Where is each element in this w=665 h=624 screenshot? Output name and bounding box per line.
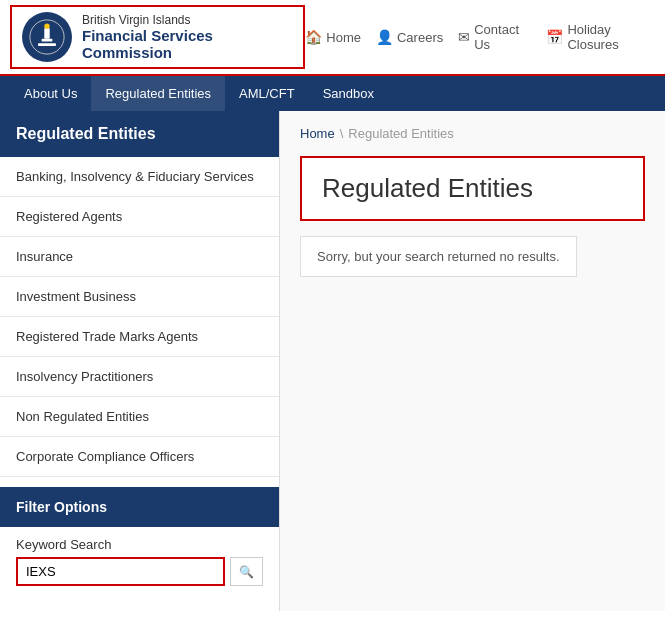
nav-aml-cft[interactable]: AML/CFT bbox=[225, 76, 309, 111]
nav-contact-label: Contact Us bbox=[474, 22, 531, 52]
logo-bottom-line: Financial Services Commission bbox=[82, 27, 293, 61]
breadcrumb: Home \ Regulated Entities bbox=[300, 126, 645, 141]
nav-home-label: Home bbox=[326, 30, 361, 45]
search-input-row: 🔍 bbox=[0, 557, 279, 596]
search-button[interactable]: 🔍 bbox=[230, 557, 263, 586]
svg-rect-2 bbox=[42, 39, 53, 42]
careers-icon: 👤 bbox=[376, 29, 393, 45]
breadcrumb-separator: \ bbox=[340, 126, 344, 141]
page-title: Regulated Entities bbox=[322, 173, 623, 204]
search-input[interactable] bbox=[16, 557, 225, 586]
nav-holiday[interactable]: 📅 Holiday Closures bbox=[546, 22, 655, 52]
nav-holiday-label: Holiday Closures bbox=[567, 22, 655, 52]
sidebar-item-insurance[interactable]: Insurance bbox=[0, 237, 279, 277]
nav-careers[interactable]: 👤 Careers bbox=[376, 29, 443, 45]
contact-icon: ✉ bbox=[458, 29, 470, 45]
nav-sandbox[interactable]: Sandbox bbox=[309, 76, 388, 111]
home-icon: 🏠 bbox=[305, 29, 322, 45]
nav-home[interactable]: 🏠 Home bbox=[305, 29, 361, 45]
sidebar-item-registered-trade-marks[interactable]: Registered Trade Marks Agents bbox=[0, 317, 279, 357]
sidebar-item-insolvency-practitioners[interactable]: Insolvency Practitioners bbox=[0, 357, 279, 397]
svg-point-3 bbox=[44, 24, 49, 29]
header: British Virgin Islands Financial Service… bbox=[0, 0, 665, 76]
nav-regulated-entities[interactable]: Regulated Entities bbox=[91, 76, 225, 111]
breadcrumb-home[interactable]: Home bbox=[300, 126, 335, 141]
svg-rect-4 bbox=[38, 43, 56, 46]
logo-text: British Virgin Islands Financial Service… bbox=[82, 13, 293, 61]
logo-icon bbox=[22, 12, 72, 62]
holiday-icon: 📅 bbox=[546, 29, 563, 45]
main-nav: About Us Regulated Entities AML/CFT Sand… bbox=[0, 76, 665, 111]
main-content: Home \ Regulated Entities Regulated Enti… bbox=[280, 111, 665, 611]
nav-about-us[interactable]: About Us bbox=[10, 76, 91, 111]
keyword-label: Keyword Search bbox=[0, 527, 279, 557]
sidebar-item-investment-business[interactable]: Investment Business bbox=[0, 277, 279, 317]
breadcrumb-current: Regulated Entities bbox=[348, 126, 454, 141]
no-results-message: Sorry, but your search returned no resul… bbox=[300, 236, 577, 277]
sidebar-item-banking[interactable]: Banking, Insolvency & Fiduciary Services bbox=[0, 157, 279, 197]
header-nav: 🏠 Home 👤 Careers ✉ Contact Us 📅 Holiday … bbox=[305, 22, 655, 52]
sidebar: Regulated Entities Banking, Insolvency &… bbox=[0, 111, 280, 611]
sidebar-item-non-regulated[interactable]: Non Regulated Entities bbox=[0, 397, 279, 437]
sidebar-title: Regulated Entities bbox=[0, 111, 279, 157]
sidebar-item-registered-agents[interactable]: Registered Agents bbox=[0, 197, 279, 237]
page-title-box: Regulated Entities bbox=[300, 156, 645, 221]
svg-rect-1 bbox=[44, 28, 49, 39]
logo-area: British Virgin Islands Financial Service… bbox=[10, 5, 305, 69]
nav-careers-label: Careers bbox=[397, 30, 443, 45]
filter-options-title: Filter Options bbox=[0, 487, 279, 527]
nav-contact-us[interactable]: ✉ Contact Us bbox=[458, 22, 531, 52]
layout: Regulated Entities Banking, Insolvency &… bbox=[0, 111, 665, 611]
logo-top-line: British Virgin Islands bbox=[82, 13, 293, 27]
sidebar-item-corporate-compliance[interactable]: Corporate Compliance Officers bbox=[0, 437, 279, 477]
